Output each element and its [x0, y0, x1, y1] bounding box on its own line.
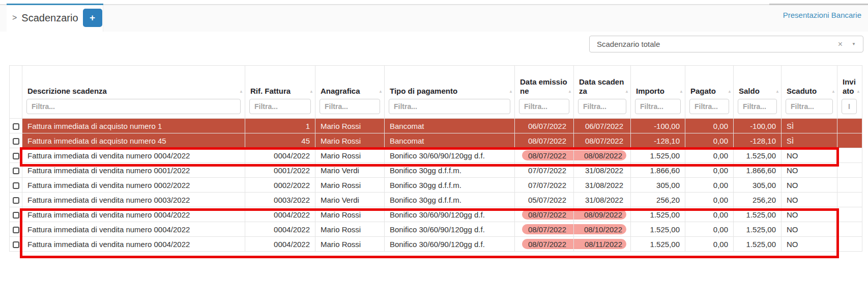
column-header[interactable]: ▲ Anagrafica [315, 66, 385, 119]
cell-data-scadenza: 31/08/2022 [574, 193, 631, 207]
sort-icon[interactable]: ▲ [856, 89, 860, 94]
sort-icon[interactable]: ▲ [568, 89, 572, 94]
sort-icon[interactable]: ▲ [309, 89, 313, 94]
table-row[interactable]: Fattura immediata di vendita numero 0004… [10, 207, 862, 222]
cell-tipo-pagamento: Bonifico 30/60/90/120gg d.f. [385, 222, 515, 237]
cell-data-emissione: 08/07/2022 [515, 222, 574, 237]
data-scadenza-value: 08/11/2022 [585, 240, 622, 249]
cell-rif-fattura: 45 [245, 133, 315, 148]
table-row[interactable]: Fattura immediata di vendita numero 0003… [10, 193, 862, 207]
sort-icon[interactable]: ▲ [728, 89, 732, 94]
cell-rif-fattura: 0004/2022 [245, 207, 315, 222]
column-header-label: Tipo di pagamento [390, 87, 510, 96]
data-scadenza-value: 31/08/2022 [585, 181, 623, 189]
cell-pagato: 0,00 [685, 148, 734, 163]
data-emissione-value: 07/07/2022 [528, 181, 566, 189]
cell-tipo-pagamento: Bonifico 30gg d.f.f.m. [385, 163, 515, 178]
add-scadenza-button[interactable]: + [83, 9, 102, 27]
row-checkbox[interactable] [13, 138, 19, 145]
row-checkbox[interactable] [13, 153, 19, 159]
cell-saldo: 256,20 [734, 193, 782, 207]
sort-icon[interactable]: ▲ [625, 89, 629, 94]
cell-tipo-pagamento: Bancomat [385, 133, 515, 148]
column-header[interactable]: ▲ Rif. Fattura [245, 66, 315, 119]
table-body: Fattura immediata di acquisto numero 1 1… [10, 119, 862, 252]
table-row[interactable]: Fattura immediata di vendita numero 0004… [10, 222, 862, 237]
cell-rif-fattura: 0003/2022 [245, 193, 315, 207]
column-filter-input[interactable] [320, 99, 380, 114]
cell-pagato: 0,00 [685, 119, 734, 133]
cell-data-scadenza: 31/08/2022 [574, 163, 631, 178]
column-header[interactable]: ▲ Scaduto [782, 66, 837, 119]
table-row[interactable]: Fattura immediata di vendita numero 0002… [10, 178, 862, 193]
column-header[interactable]: ▲ Pagato [685, 66, 734, 119]
row-checkbox[interactable] [13, 123, 19, 130]
row-checkbox[interactable] [13, 182, 19, 189]
row-checkbox[interactable] [13, 197, 19, 204]
sort-icon[interactable]: ▲ [679, 89, 683, 94]
cell-rif-fattura: 0004/2022 [245, 237, 315, 252]
top-divider [0, 4, 868, 5]
column-filter-input[interactable] [738, 99, 777, 114]
cell-saldo: 1.525,00 [734, 237, 782, 252]
row-checkbox[interactable] [13, 212, 19, 219]
data-scadenza-value: 08/07/2022 [585, 137, 623, 145]
table-row[interactable]: Fattura immediata di vendita numero 0001… [10, 163, 862, 178]
cell-descrizione: Fattura immediata di acquisto numero 45 [22, 133, 245, 148]
cell-descrizione: Fattura immediata di vendita numero 0001… [22, 163, 245, 178]
table-row[interactable]: Fattura immediata di vendita numero 0004… [10, 237, 862, 252]
cell-saldo: 1.866,60 [734, 163, 782, 178]
table-row[interactable]: Fattura immediata di vendita numero 0004… [10, 148, 862, 163]
column-header[interactable]: ▲ Importo [631, 66, 685, 119]
column-header-label: Pagato [690, 87, 729, 96]
cell-data-emissione: 06/07/2022 [515, 119, 574, 133]
sort-icon[interactable]: ▲ [239, 89, 243, 94]
column-header[interactable]: ▲ Tipo di pagamento [385, 66, 515, 119]
column-header[interactable]: ▲ Descrizione scadenza [22, 66, 245, 119]
column-filter-input[interactable] [519, 99, 569, 114]
column-filter-input[interactable] [26, 99, 241, 114]
row-select-cell [10, 119, 22, 133]
row-checkbox[interactable] [13, 168, 19, 174]
column-filter-input[interactable] [842, 99, 857, 114]
cell-pagato: 0,00 [685, 193, 734, 207]
column-header[interactable]: ▲ Data emissione [515, 66, 574, 119]
cell-data-emissione: 08/07/2022 [515, 237, 574, 252]
column-filter-input[interactable] [249, 99, 311, 114]
column-header-label: Anagrafica [321, 87, 380, 96]
cell-importo: 1.866,60 [631, 163, 685, 178]
cell-scaduto: NO [782, 163, 837, 178]
column-header-label: Descrizione scadenza [27, 87, 241, 96]
cell-inviato [837, 178, 862, 193]
presentazioni-bancarie-link[interactable]: Presentazioni Bancarie [783, 11, 861, 19]
cell-pagato: 0,00 [685, 133, 734, 148]
cell-data-emissione: 07/07/2022 [515, 163, 574, 178]
column-filter-input[interactable] [689, 99, 729, 114]
sort-icon[interactable]: ▲ [379, 89, 383, 94]
column-header[interactable]: ▲ Inviato [837, 66, 862, 119]
column-filter-input[interactable] [786, 99, 833, 114]
clear-selection-icon[interactable]: × [832, 40, 849, 49]
segment-select[interactable]: Scadenzario totale × ▼ [589, 36, 863, 52]
sort-icon[interactable]: ▲ [831, 89, 835, 94]
cell-saldo: -128,10 [734, 133, 782, 148]
cell-importo: 305,00 [631, 178, 685, 193]
row-checkbox[interactable] [13, 227, 19, 233]
table-row[interactable]: Fattura immediata di acquisto numero 45 … [10, 133, 862, 148]
column-header[interactable]: ▲ Saldo [734, 66, 782, 119]
cell-anagrafica: Mario Rossi [315, 148, 385, 163]
column-filter-input[interactable] [389, 99, 510, 114]
cell-data-scadenza: 08/10/2022 [574, 222, 631, 237]
cell-anagrafica: Mario Rossi [315, 178, 385, 193]
sort-icon[interactable]: ▲ [509, 89, 513, 94]
table-row[interactable]: Fattura immediata di acquisto numero 1 1… [10, 119, 862, 133]
sort-icon[interactable]: ▲ [775, 89, 779, 94]
chevron-down-icon[interactable]: ▼ [849, 42, 863, 46]
column-filter-input[interactable] [578, 99, 626, 114]
row-checkbox[interactable] [13, 241, 19, 248]
column-header-label: Inviato [843, 77, 858, 97]
column-filter-input[interactable] [635, 99, 681, 114]
cell-scaduto: NO [782, 237, 837, 252]
column-header[interactable]: ▲ Data scadenza [574, 66, 631, 119]
data-emissione-value: 08/07/2022 [528, 240, 566, 249]
